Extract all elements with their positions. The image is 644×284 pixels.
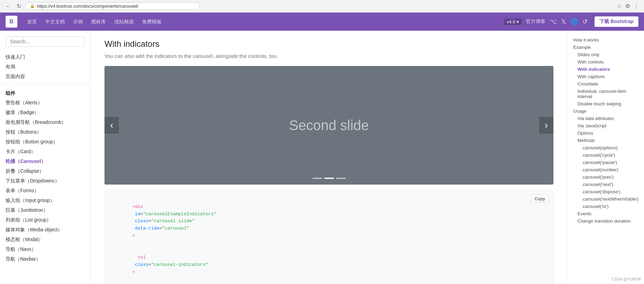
toc-with-captions[interactable]: With captions bbox=[573, 73, 638, 80]
toc-via-data[interactable]: Via data attributes bbox=[573, 115, 638, 122]
sidebar-item-alerts[interactable]: 警告框（Alerts） bbox=[0, 98, 90, 108]
back-button[interactable]: ← bbox=[4, 2, 13, 10]
globe-icon[interactable]: 🌐 bbox=[571, 18, 578, 25]
toc-crossfade[interactable]: Crossfade bbox=[573, 80, 638, 88]
slide-text: Second slide bbox=[289, 118, 369, 133]
indicator-dot-0[interactable] bbox=[312, 178, 322, 179]
sidebar-item-button-group[interactable]: 按钮组（Button group） bbox=[0, 137, 90, 147]
nav-examples[interactable]: 示例 bbox=[69, 13, 87, 31]
code-line-0: <div id="carouselExampleIndicators" clas… bbox=[110, 196, 548, 247]
carousel-prev-button[interactable]: ‹ bbox=[104, 117, 119, 134]
sidebar-item-carousel[interactable]: 轮播（Carousel） bbox=[0, 157, 90, 166]
nav-right: v4.6 ▾ 官方博客 ⌥ 𝕏 🌐 ↺ 下载 Bootstrap bbox=[504, 16, 638, 27]
toc-carousel-nextwhenvisible[interactable]: .carousel('nextWhenVisible') bbox=[573, 195, 638, 203]
sidebar-divider bbox=[0, 84, 90, 85]
sidebar-item-input-group[interactable]: 输入组（Input group） bbox=[0, 196, 90, 205]
sidebar-item-jumbotron[interactable]: 巨幕（Jumbotron） bbox=[0, 205, 90, 215]
left-sidebar: 快速入门 布局 页面内容 组件 警告框（Alerts） 徽章（Badge） 面包… bbox=[0, 31, 91, 284]
toc-carousel-options[interactable]: .carousel(options) bbox=[573, 144, 638, 151]
toc-disable-touch[interactable]: Disable touch swiping bbox=[573, 100, 638, 107]
toc-carousel-pause[interactable]: .carousel('pause') bbox=[573, 159, 638, 166]
section-title: With indicators bbox=[104, 39, 553, 49]
toc-sidebar: How it works Example Slides only With co… bbox=[567, 31, 644, 284]
sidebar-item-card[interactable]: 卡片（Card） bbox=[0, 147, 90, 157]
main-layout: 快速入门 布局 页面内容 组件 警告框（Alerts） 徽章（Badge） 面包… bbox=[0, 31, 644, 284]
extension-icon[interactable]: ⚙ bbox=[624, 2, 631, 10]
toc-via-js[interactable]: Via JavaScript bbox=[573, 122, 638, 129]
indicator-dot-2[interactable] bbox=[336, 178, 346, 179]
toc-carousel-prev[interactable]: .carousel('prev') bbox=[573, 173, 638, 181]
toc-individual-interval[interactable]: Individual .carousel-item interval bbox=[573, 88, 638, 100]
nav-templates[interactable]: 免费模板 bbox=[138, 13, 166, 31]
indicator-dot-1[interactable] bbox=[324, 178, 334, 179]
menu-icon[interactable]: ⋮ bbox=[633, 2, 640, 10]
url-text: https://v4.bootcss.com/docs/components/c… bbox=[37, 3, 138, 9]
browser-actions: ☆ ⚙ ⋮ bbox=[616, 2, 640, 10]
code-line-1: <ol class="carousel-indicators" > bbox=[110, 247, 548, 283]
download-button[interactable]: 下载 Bootstrap bbox=[595, 16, 638, 27]
nav-docs[interactable]: 中文文档 bbox=[41, 13, 69, 31]
nav-icons[interactable]: 图标库 bbox=[87, 13, 110, 31]
carousel-demo: Second slide ‹ › bbox=[104, 66, 553, 185]
toc-carousel-dispose[interactable]: .carousel('dispose') bbox=[573, 188, 638, 195]
toc-with-controls[interactable]: With controls bbox=[573, 58, 638, 66]
code-block: Copy <div id="carouselExampleIndicators"… bbox=[104, 190, 553, 284]
carousel-indicators bbox=[312, 178, 346, 179]
toc-carousel-number[interactable]: .carousel(number) bbox=[573, 166, 638, 173]
sidebar-item-navbar[interactable]: 导航（Navbar） bbox=[0, 254, 90, 264]
sidebar-item-collapse[interactable]: 折叠（Collapse） bbox=[0, 166, 90, 176]
sidebar-item-breadcrumb[interactable]: 面包屑导航（Breadcrumb） bbox=[0, 118, 90, 127]
toc-change-transition[interactable]: Change transition duration bbox=[573, 217, 638, 225]
sidebar-item-forms[interactable]: 表单（Forms） bbox=[0, 186, 90, 196]
address-bar[interactable]: 🔒 https://v4.bootcss.com/docs/components… bbox=[25, 2, 200, 10]
brand-logo[interactable]: B bbox=[6, 16, 17, 28]
main-content: With indicators You can also add the ind… bbox=[91, 31, 567, 284]
sidebar-item-badge[interactable]: 徽章（Badge） bbox=[0, 108, 90, 118]
github-icon[interactable]: ⌥ bbox=[550, 18, 557, 25]
sidebar-item-media-object[interactable]: 媒体对象（Media object） bbox=[0, 225, 90, 235]
section-description: You can also add the indicators to the c… bbox=[104, 53, 553, 59]
search-input[interactable] bbox=[6, 36, 85, 47]
toc-carousel-cycle[interactable]: .carousel('cycle') bbox=[573, 151, 638, 159]
nav-best[interactable]: 优站精选 bbox=[110, 13, 138, 31]
official-blog-link[interactable]: 官方博客 bbox=[526, 18, 545, 25]
toc-how-it-works[interactable]: How it works bbox=[573, 36, 638, 44]
toc-carousel-next[interactable]: .carousel('next') bbox=[573, 181, 638, 188]
top-nav: B 首页 中文文档 示例 图标库 优站精选 免费模板 v4.6 ▾ 官方博客 ⌥… bbox=[0, 13, 644, 31]
nav-home[interactable]: 首页 bbox=[23, 13, 41, 31]
sidebar-item-buttons[interactable]: 按钮（Buttons） bbox=[0, 127, 90, 137]
browser-chrome: ← ↻ 🔒 https://v4.bootcss.com/docs/compon… bbox=[0, 0, 644, 13]
refresh-icon[interactable]: ↺ bbox=[582, 18, 588, 25]
toc-carousel-to[interactable]: .carousel('to') bbox=[573, 203, 638, 210]
toc-example[interactable]: Example bbox=[573, 44, 638, 51]
refresh-button[interactable]: ↻ bbox=[15, 2, 23, 10]
twitter-icon[interactable]: 𝕏 bbox=[561, 18, 566, 25]
version-badge[interactable]: v4.6 ▾ bbox=[504, 18, 522, 25]
toc-events[interactable]: Events bbox=[573, 210, 638, 217]
toc-with-indicators[interactable]: With indicators bbox=[573, 66, 638, 73]
sidebar-item-layout[interactable]: 布局 bbox=[0, 62, 90, 72]
sidebar-item-modal[interactable]: 模态框（Modal） bbox=[0, 235, 90, 245]
csdn-badge: CSDN @YUI5OK bbox=[611, 277, 641, 281]
components-header: 组件 bbox=[0, 88, 90, 98]
carousel-next-button[interactable]: › bbox=[539, 117, 553, 134]
toc-usage[interactable]: Usage bbox=[573, 107, 638, 115]
bookmark-icon[interactable]: ☆ bbox=[616, 2, 622, 10]
sidebar-item-navs[interactable]: 导航（Navs） bbox=[0, 245, 90, 254]
copy-button[interactable]: Copy bbox=[531, 195, 549, 203]
toc-options[interactable]: Options bbox=[573, 129, 638, 137]
toc-slides-only[interactable]: Slides only bbox=[573, 51, 638, 58]
toc-methods[interactable]: Methods bbox=[573, 137, 638, 144]
sidebar-item-pagecontent[interactable]: 页面内容 bbox=[0, 72, 90, 82]
lock-icon: 🔒 bbox=[30, 4, 35, 8]
sidebar-item-quickstart[interactable]: 快速入门 bbox=[0, 52, 90, 62]
sidebar-item-list-group[interactable]: 列表组（List group） bbox=[0, 215, 90, 225]
sidebar-item-dropdowns[interactable]: 下拉菜单（Dropdowns） bbox=[0, 176, 90, 186]
